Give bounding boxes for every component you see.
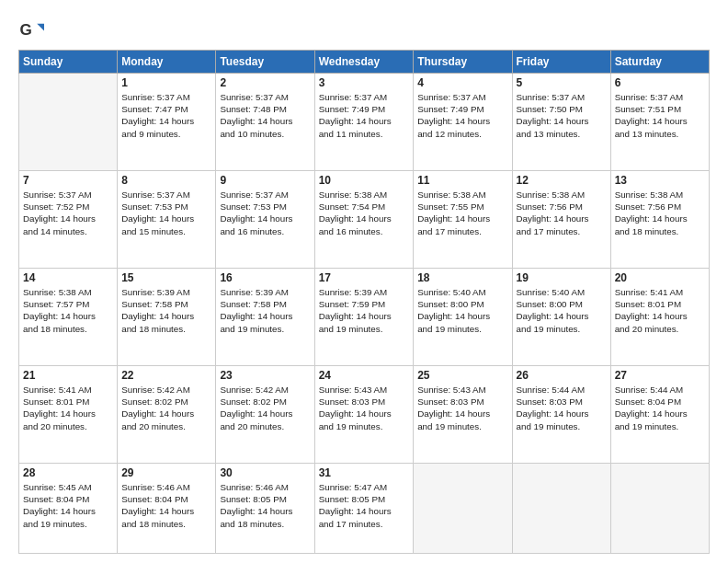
day-number: 3: [319, 76, 410, 89]
calendar-cell: 16Sunrise: 5:39 AMSunset: 7:58 PMDayligh…: [216, 268, 314, 365]
calendar-cell: 25Sunrise: 5:43 AMSunset: 8:03 PMDayligh…: [414, 365, 512, 463]
calendar-cell: 18Sunrise: 5:40 AMSunset: 8:00 PMDayligh…: [414, 268, 512, 365]
calendar-cell: 6Sunrise: 5:37 AMSunset: 7:51 PMDaylight…: [610, 74, 709, 171]
calendar-cell: 24Sunrise: 5:43 AMSunset: 8:03 PMDayligh…: [314, 365, 414, 463]
calendar-cell: 22Sunrise: 5:42 AMSunset: 8:02 PMDayligh…: [118, 365, 216, 463]
day-number: 14: [23, 271, 113, 284]
cell-info: Sunrise: 5:37 AMSunset: 7:51 PMDaylight:…: [615, 91, 705, 140]
calendar-cell: 29Sunrise: 5:46 AMSunset: 8:04 PMDayligh…: [118, 463, 216, 553]
cell-info: Sunrise: 5:44 AMSunset: 8:04 PMDaylight:…: [615, 384, 705, 432]
day-number: 21: [23, 369, 113, 382]
cell-info: Sunrise: 5:37 AMSunset: 7:47 PMDaylight:…: [121, 91, 211, 140]
cell-info: Sunrise: 5:37 AMSunset: 7:52 PMDaylight:…: [23, 189, 113, 237]
cell-info: Sunrise: 5:46 AMSunset: 8:05 PMDaylight:…: [220, 481, 310, 530]
cell-info: Sunrise: 5:42 AMSunset: 8:02 PMDaylight:…: [220, 384, 310, 432]
day-number: 16: [220, 271, 310, 284]
header: G: [18, 17, 710, 42]
day-number: 7: [23, 174, 113, 187]
calendar-page: G SundayMondayTuesdayWednesdayThursdayFr…: [0, 0, 728, 563]
calendar-cell: 2Sunrise: 5:37 AMSunset: 7:48 PMDaylight…: [216, 74, 314, 171]
cell-info: Sunrise: 5:41 AMSunset: 8:01 PMDaylight:…: [23, 384, 113, 432]
day-number: 30: [220, 466, 310, 479]
cell-info: Sunrise: 5:37 AMSunset: 7:49 PMDaylight:…: [417, 91, 507, 140]
calendar-cell: 21Sunrise: 5:41 AMSunset: 8:01 PMDayligh…: [19, 365, 118, 463]
calendar-cell: [512, 463, 610, 553]
day-number: 17: [319, 271, 410, 284]
day-number: 31: [319, 466, 410, 479]
cell-info: Sunrise: 5:44 AMSunset: 8:03 PMDaylight:…: [517, 384, 607, 432]
calendar-cell: [414, 463, 512, 553]
calendar-cell: 14Sunrise: 5:38 AMSunset: 7:57 PMDayligh…: [19, 268, 118, 365]
calendar-cell: 28Sunrise: 5:45 AMSunset: 8:04 PMDayligh…: [19, 463, 118, 553]
cell-info: Sunrise: 5:43 AMSunset: 8:03 PMDaylight:…: [319, 384, 410, 432]
cell-info: Sunrise: 5:37 AMSunset: 7:49 PMDaylight:…: [319, 91, 410, 140]
day-number: 2: [220, 76, 310, 89]
cell-info: Sunrise: 5:40 AMSunset: 8:00 PMDaylight:…: [517, 286, 607, 335]
calendar-cell: [19, 74, 118, 171]
day-number: 23: [220, 369, 310, 382]
day-header-friday: Friday: [512, 51, 610, 74]
day-number: 20: [615, 271, 705, 284]
day-header-monday: Monday: [118, 51, 216, 74]
day-number: 4: [417, 76, 507, 89]
svg-text:G: G: [20, 21, 32, 39]
day-header-sunday: Sunday: [19, 51, 118, 74]
calendar-cell: 26Sunrise: 5:44 AMSunset: 8:03 PMDayligh…: [512, 365, 610, 463]
calendar-cell: [610, 463, 709, 553]
calendar-cell: 19Sunrise: 5:40 AMSunset: 8:00 PMDayligh…: [512, 268, 610, 365]
day-number: 28: [23, 466, 113, 479]
calendar-cell: 11Sunrise: 5:38 AMSunset: 7:55 PMDayligh…: [414, 170, 512, 268]
day-number: 11: [417, 174, 507, 187]
calendar-cell: 17Sunrise: 5:39 AMSunset: 7:59 PMDayligh…: [314, 268, 414, 365]
cell-info: Sunrise: 5:37 AMSunset: 7:53 PMDaylight:…: [220, 189, 310, 237]
calendar-cell: 1Sunrise: 5:37 AMSunset: 7:47 PMDaylight…: [118, 74, 216, 171]
cell-info: Sunrise: 5:38 AMSunset: 7:56 PMDaylight:…: [615, 189, 705, 237]
day-number: 13: [615, 174, 705, 187]
calendar-table: SundayMondayTuesdayWednesdayThursdayFrid…: [18, 50, 710, 554]
day-number: 10: [319, 174, 410, 187]
calendar-cell: 8Sunrise: 5:37 AMSunset: 7:53 PMDaylight…: [118, 170, 216, 268]
cell-info: Sunrise: 5:45 AMSunset: 8:04 PMDaylight:…: [23, 481, 113, 530]
day-header-thursday: Thursday: [414, 51, 512, 74]
day-number: 27: [615, 369, 705, 382]
day-number: 19: [517, 271, 607, 284]
day-header-saturday: Saturday: [610, 51, 709, 74]
cell-info: Sunrise: 5:39 AMSunset: 7:58 PMDaylight:…: [121, 286, 211, 335]
cell-info: Sunrise: 5:43 AMSunset: 8:03 PMDaylight:…: [417, 384, 507, 432]
calendar-cell: 27Sunrise: 5:44 AMSunset: 8:04 PMDayligh…: [610, 365, 709, 463]
day-number: 25: [417, 369, 507, 382]
calendar-cell: 31Sunrise: 5:47 AMSunset: 8:05 PMDayligh…: [314, 463, 414, 553]
day-number: 5: [517, 76, 607, 89]
day-number: 22: [121, 369, 211, 382]
calendar-week-row: 1Sunrise: 5:37 AMSunset: 7:47 PMDaylight…: [19, 74, 710, 171]
day-number: 24: [319, 369, 410, 382]
cell-info: Sunrise: 5:39 AMSunset: 7:59 PMDaylight:…: [319, 286, 410, 335]
day-header-tuesday: Tuesday: [216, 51, 314, 74]
day-number: 26: [517, 369, 607, 382]
cell-info: Sunrise: 5:41 AMSunset: 8:01 PMDaylight:…: [615, 286, 705, 335]
day-number: 8: [121, 174, 211, 187]
day-number: 18: [417, 271, 507, 284]
calendar-cell: 9Sunrise: 5:37 AMSunset: 7:53 PMDaylight…: [216, 170, 314, 268]
day-number: 9: [220, 174, 310, 187]
cell-info: Sunrise: 5:42 AMSunset: 8:02 PMDaylight:…: [121, 384, 211, 432]
calendar-cell: 10Sunrise: 5:38 AMSunset: 7:54 PMDayligh…: [314, 170, 414, 268]
calendar-cell: 3Sunrise: 5:37 AMSunset: 7:49 PMDaylight…: [314, 74, 414, 171]
calendar-cell: 23Sunrise: 5:42 AMSunset: 8:02 PMDayligh…: [216, 365, 314, 463]
calendar-cell: 12Sunrise: 5:38 AMSunset: 7:56 PMDayligh…: [512, 170, 610, 268]
cell-info: Sunrise: 5:37 AMSunset: 7:53 PMDaylight:…: [121, 189, 211, 237]
calendar-cell: 13Sunrise: 5:38 AMSunset: 7:56 PMDayligh…: [610, 170, 709, 268]
cell-info: Sunrise: 5:38 AMSunset: 7:54 PMDaylight:…: [319, 189, 410, 237]
svg-marker-1: [37, 24, 44, 31]
cell-info: Sunrise: 5:39 AMSunset: 7:58 PMDaylight:…: [220, 286, 310, 335]
day-number: 6: [615, 76, 705, 89]
cell-info: Sunrise: 5:38 AMSunset: 7:55 PMDaylight:…: [417, 189, 507, 237]
calendar-header-row: SundayMondayTuesdayWednesdayThursdayFrid…: [19, 51, 710, 74]
calendar-cell: 20Sunrise: 5:41 AMSunset: 8:01 PMDayligh…: [610, 268, 709, 365]
cell-info: Sunrise: 5:38 AMSunset: 7:56 PMDaylight:…: [517, 189, 607, 237]
logo-icon: G: [18, 17, 44, 42]
day-number: 29: [121, 466, 211, 479]
cell-info: Sunrise: 5:38 AMSunset: 7:57 PMDaylight:…: [23, 286, 113, 335]
cell-info: Sunrise: 5:37 AMSunset: 7:50 PMDaylight:…: [517, 91, 607, 140]
day-number: 1: [121, 76, 211, 89]
